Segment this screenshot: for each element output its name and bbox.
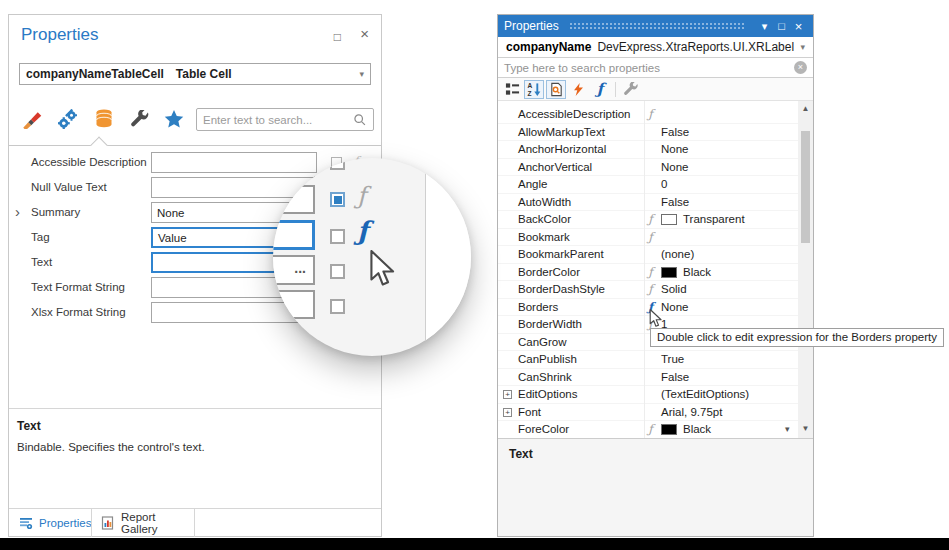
property-row-AutoWidth[interactable]: AutoWidthFalse [498, 194, 798, 212]
active-tab-caret [91, 137, 108, 154]
ellipsis-button[interactable]: ... [294, 260, 306, 276]
left-close-button[interactable]: × [360, 25, 369, 43]
close-button[interactable]: × [790, 19, 807, 34]
categorized-view-button[interactable] [502, 80, 522, 99]
fx-icon-inactive[interactable]: ƒ [357, 182, 366, 210]
search-placeholder: Type here to search properties [504, 62, 794, 74]
property-row-BorderDashStyle[interactable]: BorderDashStyleƒSolid [498, 281, 798, 299]
scroll-up-arrow[interactable]: ▲ [798, 104, 813, 113]
window-position-button[interactable]: ▾ [756, 20, 773, 33]
property-value[interactable]: Arial, 9.75pt [661, 404, 722, 422]
bottom-black-bar [0, 538, 949, 550]
property-row-BackColor[interactable]: BackColorƒTransparent [498, 211, 798, 229]
property-row-Borders[interactable]: BordersƒNone [498, 299, 798, 317]
property-row-Font[interactable]: +FontArial, 9.75pt [498, 404, 798, 422]
property-row-CanPublish[interactable]: CanPublishTrue [498, 351, 798, 369]
value-dropdown-icon[interactable]: ▾ [785, 421, 790, 438]
expander-chevron-icon[interactable]: › [15, 203, 20, 220]
property-row-BorderColor[interactable]: BorderColorƒBlack [498, 264, 798, 282]
description-separator [9, 408, 381, 409]
property-value[interactable]: False [661, 194, 689, 212]
scroll-down-arrow[interactable]: ▼ [798, 424, 813, 433]
field-label: Tag [31, 231, 50, 243]
property-value[interactable]: 0 [661, 176, 667, 194]
fx-icon[interactable]: ƒ [644, 421, 657, 438]
fx-icon: ƒ [597, 80, 603, 98]
magnified-checkbox[interactable] [330, 264, 345, 279]
left-search-input[interactable]: Enter text to search... [196, 108, 374, 131]
clear-search-icon[interactable]: × [794, 61, 807, 74]
field-input[interactable] [151, 177, 317, 198]
object-selector-dropdown[interactable]: companyName DevExpress.XtraReports.UI.XR… [498, 37, 813, 58]
maximize-button[interactable]: □ [773, 20, 790, 32]
fx-icon[interactable]: ƒ [644, 106, 657, 123]
property-row-AllowMarkupText[interactable]: AllowMarkupTextFalse [498, 124, 798, 142]
tab-appearance[interactable] [19, 106, 45, 132]
property-row-AnchorVertical[interactable]: AnchorVerticalNone [498, 159, 798, 177]
property-value[interactable]: Black [661, 421, 711, 438]
property-pages-button[interactable] [546, 80, 566, 99]
object-selector-dropdown[interactable]: companyNameTableCell Table Cell ▾ [19, 63, 371, 85]
left-minimize-button[interactable]: □ [334, 27, 341, 45]
value-text: Black [683, 421, 711, 438]
settings-button[interactable] [621, 80, 641, 99]
property-value[interactable]: Transparent [661, 211, 745, 229]
property-name: AccessibleDescription [518, 106, 631, 123]
fx-icon-active[interactable]: ƒ [357, 216, 368, 246]
fx-icon[interactable]: ƒ [644, 264, 657, 281]
expand-plus-icon[interactable]: + [503, 390, 512, 399]
property-value[interactable]: (none) [661, 246, 694, 264]
database-icon [94, 109, 114, 129]
value-text: Solid [661, 281, 687, 298]
property-value[interactable]: Black [661, 264, 711, 282]
tab-data[interactable] [91, 106, 117, 132]
property-grid-toolbar: A Z ƒ [498, 78, 813, 101]
bottom-tab-properties[interactable]: Properties [9, 509, 91, 537]
property-value[interactable]: (TextEditOptions) [661, 386, 749, 404]
panel-edge-in-lens [425, 158, 471, 356]
right-panel-titlebar[interactable]: Properties ▾ □ × [498, 15, 813, 37]
selected-object-name: companyNameTableCell [26, 67, 164, 81]
property-row-CanShrink[interactable]: CanShrinkFalse [498, 369, 798, 387]
tab-tools[interactable] [127, 106, 153, 132]
property-value[interactable]: None [661, 159, 689, 177]
tab-favorites[interactable] [161, 106, 187, 132]
left-panel-title: Properties [21, 25, 98, 45]
property-name: AnchorVertical [518, 159, 592, 176]
magnified-checkbox[interactable] [330, 229, 345, 244]
bottom-tab-report-gallery[interactable]: Report Gallery [91, 509, 194, 537]
fx-icon[interactable]: ƒ [644, 211, 657, 228]
property-name: EditOptions [518, 386, 577, 403]
property-row-Bookmark[interactable]: Bookmarkƒ [498, 229, 798, 247]
magnified-checkbox[interactable] [330, 299, 345, 314]
property-row-BookmarkParent[interactable]: BookmarkParent(none) [498, 246, 798, 264]
search-placeholder: Enter text to search... [203, 114, 353, 126]
property-value[interactable]: False [661, 369, 689, 387]
events-button[interactable] [568, 80, 588, 99]
expressions-button[interactable]: ƒ [590, 80, 610, 99]
alphabetical-sort-button[interactable]: A Z [524, 80, 544, 99]
property-value[interactable]: None [661, 141, 689, 159]
property-value[interactable]: None [661, 299, 689, 317]
property-name: BookmarkParent [518, 246, 604, 263]
field-input[interactable] [151, 152, 317, 173]
property-row-EditOptions[interactable]: +EditOptions(TextEditOptions) [498, 386, 798, 404]
property-value[interactable]: False [661, 124, 689, 142]
property-search-input[interactable]: Type here to search properties × [498, 58, 813, 78]
tab-behavior[interactable] [55, 106, 81, 132]
svg-text:A: A [527, 82, 532, 89]
scrollbar-thumb[interactable] [801, 131, 810, 243]
property-value[interactable]: True [661, 351, 684, 369]
property-grid: AccessibleDescriptionƒAllowMarkupTextFal… [498, 101, 798, 438]
property-value[interactable]: Solid [661, 281, 687, 299]
property-row-ForeColor[interactable]: ForeColorƒBlack▾ [498, 421, 798, 438]
fx-icon[interactable]: ƒ [644, 229, 657, 246]
wrench-gray-icon [624, 82, 639, 97]
expand-plus-icon[interactable]: + [503, 408, 512, 417]
magnified-checkbox-checked[interactable] [330, 192, 345, 207]
property-row-AccessibleDescription[interactable]: AccessibleDescriptionƒ [498, 106, 798, 124]
categorized-icon [505, 82, 520, 97]
fx-icon[interactable]: ƒ [644, 281, 657, 298]
property-row-Angle[interactable]: Angle0 [498, 176, 798, 194]
property-row-AnchorHorizontal[interactable]: AnchorHorizontalNone [498, 141, 798, 159]
